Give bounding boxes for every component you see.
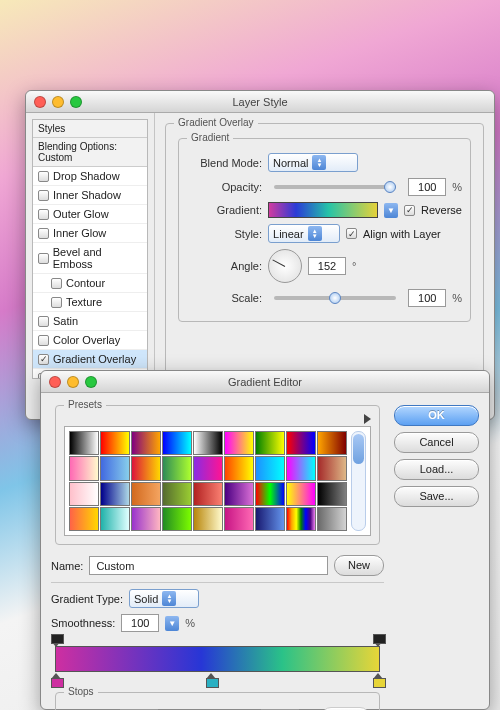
preset-swatch[interactable]	[100, 507, 130, 531]
style-item-label: Bevel and Emboss	[53, 246, 142, 270]
style-item-color-overlay[interactable]: Color Overlay	[33, 331, 147, 350]
name-input[interactable]	[89, 556, 328, 575]
preset-swatch[interactable]	[255, 431, 285, 455]
checkbox-icon[interactable]	[38, 253, 49, 264]
style-item-inner-glow[interactable]: Inner Glow	[33, 224, 147, 243]
opacity-input[interactable]	[408, 178, 446, 196]
angle-input[interactable]	[308, 257, 346, 275]
preset-swatch[interactable]	[162, 482, 192, 506]
preset-swatch[interactable]	[193, 456, 223, 480]
align-checkbox[interactable]: ✓	[346, 228, 357, 239]
style-item-bevel-and-emboss[interactable]: Bevel and Emboss	[33, 243, 147, 274]
preset-swatch[interactable]	[100, 431, 130, 455]
presets-menu-icon[interactable]	[364, 414, 371, 424]
preset-swatch[interactable]	[131, 456, 161, 480]
style-item-outer-glow[interactable]: Outer Glow	[33, 205, 147, 224]
style-item-label: Satin	[53, 315, 78, 327]
chevron-down-icon[interactable]: ▼	[165, 616, 179, 631]
preset-swatch[interactable]	[286, 456, 316, 480]
angle-deg: °	[352, 260, 356, 272]
preset-swatch[interactable]	[224, 482, 254, 506]
preset-swatch[interactable]	[286, 482, 316, 506]
style-item-drop-shadow[interactable]: Drop Shadow	[33, 167, 147, 186]
preset-swatch[interactable]	[317, 482, 347, 506]
style-item-contour[interactable]: Contour	[33, 274, 147, 293]
styles-list: Styles Blending Options: Custom Drop Sha…	[32, 119, 148, 379]
preset-swatch[interactable]	[162, 431, 192, 455]
color-stop[interactable]	[51, 673, 62, 686]
style-item-gradient-overlay[interactable]: ✓Gradient Overlay	[33, 350, 147, 369]
preset-swatch[interactable]	[193, 482, 223, 506]
save-button[interactable]: Save...	[394, 486, 479, 507]
checkbox-icon[interactable]	[38, 190, 49, 201]
preset-swatch[interactable]	[69, 507, 99, 531]
gradient-bar[interactable]	[55, 646, 380, 672]
gradient-editor-titlebar[interactable]: Gradient Editor	[41, 371, 489, 393]
gradient-type-label: Gradient Type:	[51, 593, 123, 605]
preset-swatch[interactable]	[224, 507, 254, 531]
cancel-button[interactable]: Cancel	[394, 432, 479, 453]
preset-swatch[interactable]	[100, 482, 130, 506]
preset-swatch[interactable]	[317, 431, 347, 455]
checkbox-icon[interactable]: ✓	[38, 354, 49, 365]
gradient-label: Gradient:	[187, 204, 262, 216]
preset-swatch[interactable]	[69, 431, 99, 455]
checkbox-icon[interactable]	[38, 171, 49, 182]
blend-mode-value: Normal	[273, 157, 308, 169]
color-stop[interactable]	[373, 673, 384, 686]
opacity-slider[interactable]	[274, 185, 396, 189]
opacity-stop[interactable]	[373, 634, 384, 647]
preset-swatch[interactable]	[131, 431, 161, 455]
preset-swatch[interactable]	[193, 507, 223, 531]
checkbox-icon[interactable]	[38, 209, 49, 220]
preset-swatch[interactable]	[69, 456, 99, 480]
preset-swatch[interactable]	[100, 456, 130, 480]
preset-swatch[interactable]	[286, 507, 316, 531]
scale-slider[interactable]	[274, 296, 396, 300]
presets-scrollbar[interactable]	[351, 431, 366, 531]
preset-swatch[interactable]	[131, 507, 161, 531]
layer-style-titlebar[interactable]: Layer Style	[26, 91, 494, 113]
preset-swatch[interactable]	[255, 507, 285, 531]
preset-swatch[interactable]	[286, 431, 316, 455]
preset-swatch[interactable]	[193, 431, 223, 455]
checkbox-icon[interactable]	[51, 297, 62, 308]
blending-options-header[interactable]: Blending Options: Custom	[33, 138, 147, 167]
preset-swatch[interactable]	[317, 456, 347, 480]
gradient-preview[interactable]	[268, 202, 378, 218]
checkbox-icon[interactable]	[51, 278, 62, 289]
preset-swatch[interactable]	[317, 507, 347, 531]
style-item-label: Color Overlay	[53, 334, 120, 346]
ok-button[interactable]: OK	[394, 405, 479, 426]
style-item-inner-shadow[interactable]: Inner Shadow	[33, 186, 147, 205]
preset-swatch[interactable]	[224, 456, 254, 480]
preset-swatch[interactable]	[255, 456, 285, 480]
checkbox-icon[interactable]	[38, 316, 49, 327]
checkbox-icon[interactable]	[38, 335, 49, 346]
style-item-texture[interactable]: Texture	[33, 293, 147, 312]
chevron-down-icon[interactable]: ▼	[384, 203, 398, 218]
preset-swatch[interactable]	[255, 482, 285, 506]
angle-wheel[interactable]	[268, 249, 302, 283]
preset-swatch[interactable]	[162, 456, 192, 480]
styles-header[interactable]: Styles	[33, 120, 147, 138]
checkbox-icon[interactable]	[38, 228, 49, 239]
color-stop[interactable]	[206, 673, 217, 686]
reverse-checkbox[interactable]: ✓	[404, 205, 415, 216]
preset-swatch[interactable]	[224, 431, 254, 455]
blend-mode-select[interactable]: Normal ▲▼	[268, 153, 358, 172]
preset-swatch[interactable]	[162, 507, 192, 531]
opacity-stop[interactable]	[51, 634, 62, 647]
preset-swatch[interactable]	[69, 482, 99, 506]
smoothness-input[interactable]	[121, 614, 159, 632]
style-item-satin[interactable]: Satin	[33, 312, 147, 331]
style-select[interactable]: Linear ▲▼	[268, 224, 340, 243]
preset-swatch[interactable]	[131, 482, 161, 506]
updown-icon: ▲▼	[312, 155, 326, 170]
load-button[interactable]: Load...	[394, 459, 479, 480]
align-label: Align with Layer	[363, 228, 441, 240]
new-button[interactable]: New	[334, 555, 384, 576]
gradient-type-select[interactable]: Solid ▲▼	[129, 589, 199, 608]
presets-legend: Presets	[64, 399, 106, 410]
scale-input[interactable]	[408, 289, 446, 307]
